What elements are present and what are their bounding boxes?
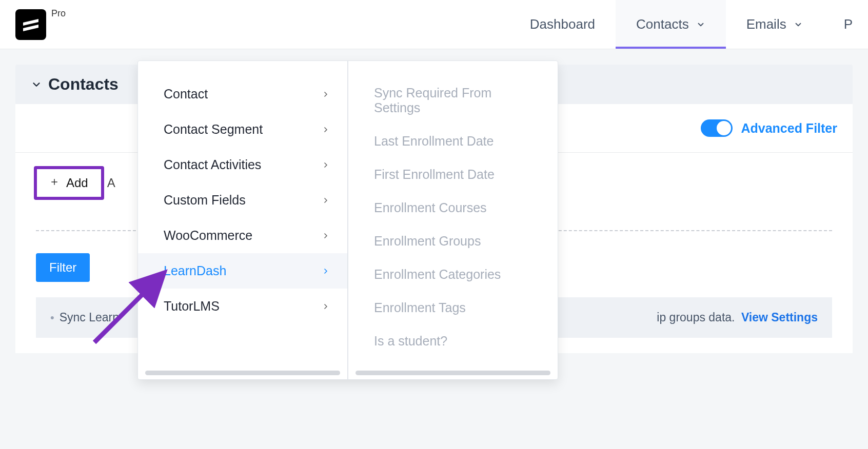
nav-partial[interactable]: P [823, 0, 853, 49]
filter-sub-item[interactable]: Enrollment Categories [348, 258, 558, 291]
toggle-knob [717, 121, 731, 135]
category-label: TutorLMS [164, 299, 220, 314]
filter-category-item[interactable]: Custom Fields [138, 182, 347, 218]
chevron-right-icon [322, 161, 330, 169]
filter-sub-item[interactable]: Enrollment Groups [348, 224, 558, 258]
advanced-filter-label: Advanced Filter [741, 121, 837, 136]
nav-items: Dashboard Contacts Emails P [509, 0, 853, 49]
filter-button[interactable]: Filter [36, 253, 90, 282]
filter-popup: ContactContact SegmentContact Activities… [137, 60, 558, 380]
trailing-text: A [107, 176, 115, 190]
info-right: ip groups data. View Settings [657, 311, 818, 324]
nav-contacts[interactable]: Contacts [616, 0, 726, 49]
filter-category-item[interactable]: WooCommerce [138, 218, 347, 253]
info-prefix: Sync Learn [60, 311, 119, 324]
advanced-filter-toggle[interactable] [701, 119, 733, 137]
plus-icon [50, 177, 59, 189]
filter-sub-item[interactable]: Enrollment Tags [348, 291, 558, 324]
info-suffix: ip groups data. [657, 311, 735, 324]
category-label: Contact Segment [164, 122, 263, 137]
logo-icon [22, 15, 40, 34]
scrollbar-horizontal[interactable] [145, 371, 340, 375]
page-title: Contacts [48, 75, 119, 94]
filter-sub-item[interactable]: First Enrollment Date [348, 158, 558, 191]
nav-label: Dashboard [530, 16, 595, 32]
category-label: Contact [164, 87, 208, 101]
bullet-icon: • [50, 311, 54, 324]
filter-category-item[interactable]: Contact Segment [138, 112, 347, 147]
chevron-down-icon [696, 20, 705, 29]
filter-category-item[interactable]: TutorLMS [138, 289, 347, 324]
nav-label: P [844, 16, 853, 32]
category-label: Contact Activities [164, 157, 261, 172]
pro-label: Pro [51, 8, 66, 19]
chevron-right-icon [322, 267, 330, 275]
chevron-right-icon [322, 302, 330, 311]
nav-dashboard[interactable]: Dashboard [509, 0, 616, 49]
filter-sub-item[interactable]: Enrollment Courses [348, 191, 558, 224]
chevron-down-icon [794, 20, 803, 29]
popup-categories-col: ContactContact SegmentContact Activities… [138, 61, 348, 379]
view-settings-link[interactable]: View Settings [741, 311, 818, 324]
category-label: LearnDash [164, 263, 226, 278]
filter-sub-item[interactable]: Is a student? [348, 324, 558, 358]
chevron-down-icon [31, 79, 42, 90]
category-label: Custom Fields [164, 193, 246, 208]
filter-sub-item[interactable]: Last Enrollment Date [348, 125, 558, 158]
chevron-right-icon [322, 90, 330, 98]
top-nav: Pro Dashboard Contacts Emails P [0, 0, 868, 49]
add-button[interactable]: Add [36, 168, 102, 198]
popup-subitems-col: Sync Required From SettingsLast Enrollme… [348, 61, 558, 379]
filter-category-item[interactable]: LearnDash [138, 253, 347, 289]
chevron-right-icon [322, 232, 330, 240]
scrollbar-horizontal[interactable] [356, 371, 550, 375]
filter-sub-item[interactable]: Sync Required From Settings [348, 76, 558, 125]
add-label: Add [66, 176, 88, 190]
filter-category-item[interactable]: Contact Activities [138, 147, 347, 182]
nav-label: Contacts [636, 16, 689, 32]
nav-emails[interactable]: Emails [726, 0, 823, 49]
filter-category-item[interactable]: Contact [138, 76, 347, 112]
chevron-right-icon [322, 126, 330, 134]
category-label: WooCommerce [164, 228, 252, 243]
nav-label: Emails [746, 16, 786, 32]
chevron-right-icon [322, 196, 330, 205]
app-logo [15, 9, 46, 40]
